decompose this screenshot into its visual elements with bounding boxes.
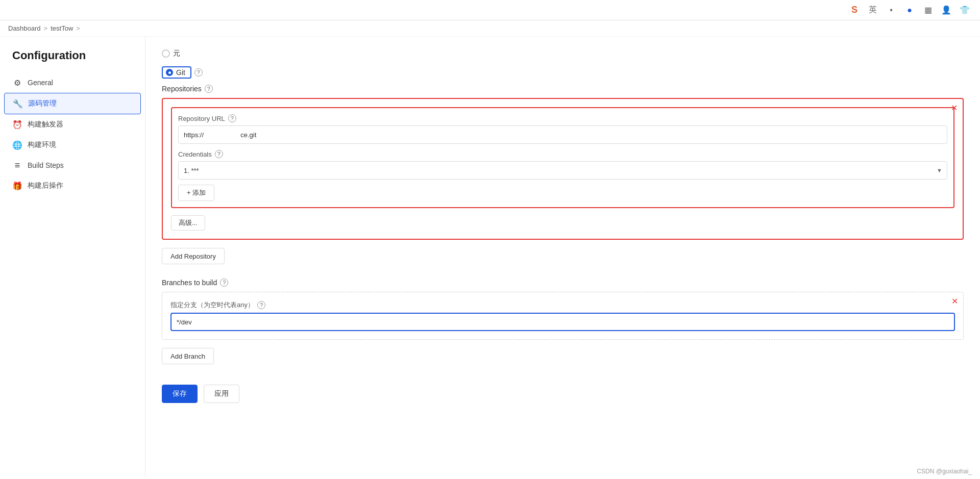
shirt-icon[interactable]: 👕 [958,3,972,17]
breadcrumb-dashboard[interactable]: Dashboard [8,24,41,32]
repo-url-help-icon[interactable]: ? [228,114,236,122]
repository-box: ✕ Repository URL ? Credentials ? 1. [162,98,964,240]
top-bar: S 英 • ● ▦ 👤 👕 [0,0,980,20]
bottom-actions: 保存 应用 [162,374,964,413]
git-radio-row: Git ? [162,66,964,79]
sidebar-item-general[interactable]: ⚙ General [0,72,145,93]
credentials-label: Credentials ? [178,150,947,158]
apply-btn[interactable]: 应用 [204,385,239,403]
close-branch-box-btn[interactable]: ✕ [951,296,958,306]
sidebar-item-general-label: General [28,79,53,87]
grid-icon[interactable]: ▦ [921,3,935,17]
git-help-icon[interactable]: ? [194,68,203,77]
sidebar-item-source[interactable]: 🔧 源码管理 [4,93,141,114]
sidebar-item-env-label: 构建环境 [28,140,56,149]
branches-label: Branches to build ? [162,279,964,287]
dot-icon: • [884,3,898,17]
git-badge[interactable]: Git [162,66,191,79]
main-content: 元 Git ? Repositories ? ✕ Repository URL … [145,37,980,477]
env-icon: 🌐 [12,140,22,150]
save-btn[interactable]: 保存 [162,385,198,403]
source-icon: 🔧 [13,98,23,109]
repositories-help-icon[interactable]: ? [205,85,213,93]
advanced-section: 高级... [171,215,954,231]
top-bar-right: S 英 • ● ▦ 👤 👕 [847,3,972,17]
sidebar-item-env[interactable]: 🌐 构建环境 [0,135,145,155]
circle-icon[interactable]: ● [902,3,917,17]
credentials-select-wrapper: 1. *** [178,161,947,180]
add-btn-row: + 添加 [178,185,947,201]
branches-help-icon[interactable]: ? [220,279,228,287]
repo-url-section: Repository URL ? Credentials ? 1. *** [171,107,954,208]
sidebar-item-triggers-label: 构建触发器 [28,120,63,129]
git-radio-dot [166,69,173,76]
close-repo-box-btn[interactable]: ✕ [951,103,958,113]
breadcrumb-testtow[interactable]: testTow [51,24,73,32]
user-icon[interactable]: 👤 [939,3,953,17]
repo-url-label: Repository URL ? [178,114,947,122]
advanced-btn[interactable]: 高级... [171,215,205,231]
lang-icon[interactable]: 英 [866,3,880,17]
branch-specifier-help-icon[interactable]: ? [257,301,265,309]
layout: Configuration ⚙ General 🔧 源码管理 ⏰ 构建触发器 🌐… [0,37,980,477]
brand-icon: S [847,3,862,17]
sidebar-item-post-build-label: 构建后操作 [28,181,63,190]
breadcrumb-sep-2: > [76,24,80,32]
sidebar: Configuration ⚙ General 🔧 源码管理 ⏰ 构建触发器 🌐… [0,37,145,477]
sidebar-item-source-label: 源码管理 [28,99,57,108]
sidebar-item-triggers[interactable]: ⏰ 构建触发器 [0,114,145,135]
general-icon: ⚙ [12,78,22,88]
add-repository-btn[interactable]: Add Repository [162,248,225,264]
sidebar-item-build-steps-label: Build Steps [28,161,64,169]
branches-section: Branches to build ? ✕ 指定分支（为空时代表any） ? A… [162,279,964,374]
credentials-help-icon[interactable]: ? [215,150,223,158]
trigger-icon: ⏰ [12,119,22,130]
breadcrumb-sep-1: > [44,24,48,32]
add-branch-btn[interactable]: Add Branch [162,348,214,364]
sidebar-title: Configuration [0,49,145,72]
csdn-footer: CSDN @guxiaohai_ [917,468,972,475]
sidebar-item-post-build[interactable]: 🎁 构建后操作 [0,175,145,196]
git-radio-label: Git [176,68,185,77]
build-steps-icon: ≡ [12,160,22,170]
breadcrumb: Dashboard > testTow > [0,20,980,37]
repositories-label: Repositories ? [162,85,964,93]
branch-specifier-box: ✕ 指定分支（为空时代表any） ? [162,292,964,340]
credentials-section: Credentials ? 1. *** [178,150,947,180]
branch-specifier-label: 指定分支（为空时代表any） ? [170,300,955,310]
branch-specifier-input[interactable] [170,313,955,331]
source-type-radio-group: 元 [162,49,964,58]
post-build-icon: 🎁 [12,181,22,191]
repo-url-input[interactable] [178,125,947,144]
add-credentials-btn[interactable]: + 添加 [178,185,214,201]
credentials-select[interactable]: 1. *** [178,161,947,180]
none-radio-option[interactable]: 元 [162,49,180,58]
none-radio-circle [162,49,170,58]
none-radio-label: 元 [173,49,180,58]
sidebar-item-build-steps[interactable]: ≡ Build Steps [0,155,145,175]
